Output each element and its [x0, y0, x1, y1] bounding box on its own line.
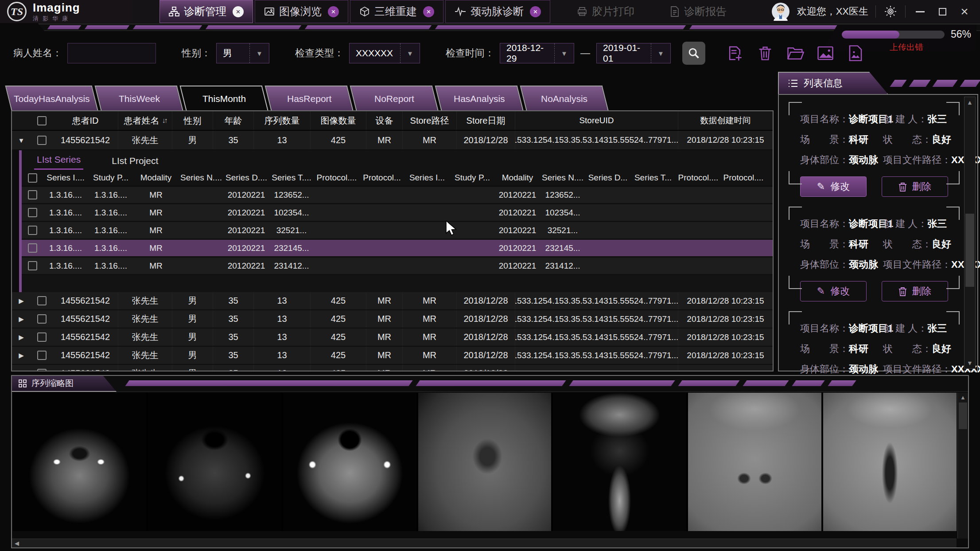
row-checkbox[interactable]	[22, 208, 43, 217]
series-thumbnail[interactable]	[823, 393, 957, 531]
delete-button[interactable]: 删除	[882, 281, 948, 301]
search-button[interactable]	[682, 42, 705, 65]
series-column-header[interactable]: Modality	[133, 173, 179, 183]
series-row[interactable]: 1.3.16.... 1.3.16.... MR 20120221 32521.…	[22, 222, 773, 240]
series-column-header[interactable]: Series T....	[269, 173, 314, 183]
close-button[interactable]: ×	[957, 4, 972, 19]
chevron-down-icon[interactable]: ▼	[554, 43, 574, 63]
patient-row[interactable]: ▶ 1455621542 张先生 男 35 13 425 MR MR 2018/…	[12, 310, 773, 328]
info-panel-scrollbar[interactable]: ▲ ▼	[964, 97, 976, 369]
delete-button[interactable]: 删除	[882, 176, 948, 197]
date-to-picker[interactable]: 2019-01-01▼	[596, 43, 671, 63]
tab-carotid-diagnosis[interactable]: 颈动脉诊断 ×	[445, 0, 550, 23]
maximize-button[interactable]	[935, 4, 950, 19]
open-folder-button[interactable]	[786, 44, 805, 63]
series-column-header[interactable]: Series N....	[540, 173, 585, 183]
avatar[interactable]	[771, 2, 790, 21]
tab-3d-reconstruction[interactable]: 三维重建 ×	[350, 0, 443, 23]
expand-arrow-icon[interactable]: ▶	[12, 315, 31, 323]
close-icon[interactable]: ×	[423, 6, 434, 17]
modify-button[interactable]: ✎ 修改	[800, 176, 867, 197]
column-header[interactable]: 年龄↓↑	[213, 111, 254, 130]
scroll-up-icon[interactable]: ▲	[964, 99, 975, 106]
series-row[interactable]: 1.3.16.... 1.3.16.... MR 20120221 102354…	[22, 204, 773, 222]
expand-arrow-icon[interactable]: ▶	[12, 333, 31, 341]
series-column-header[interactable]: Protocol....	[721, 173, 766, 183]
series-row[interactable]: 1.3.16.... 1.3.16.... MR 20120221 231412…	[22, 258, 773, 275]
delete-button[interactable]	[756, 44, 774, 63]
patient-row-expanded[interactable]: ▼ 1455621542 张先生 男 35 13 425 MR MR 2018/…	[12, 131, 773, 150]
add-study-button[interactable]	[726, 44, 744, 63]
row-checkbox[interactable]	[31, 314, 53, 324]
series-column-header[interactable]: Protocol....	[676, 173, 721, 183]
row-checkbox[interactable]	[22, 243, 43, 253]
column-header[interactable]: 性别↓↑	[172, 111, 213, 130]
modify-button[interactable]: ✎ 修改	[800, 281, 867, 301]
expand-arrow-icon[interactable]: ▶	[12, 370, 31, 372]
tab-diagnosis-management[interactable]: 诊断管理 ×	[159, 0, 253, 23]
quick-filter-tab[interactable]: ThisWeek	[94, 86, 183, 111]
series-column-header[interactable]: Study P...	[450, 173, 495, 183]
close-icon[interactable]: ×	[328, 6, 339, 17]
column-header[interactable]: StoreUID↓↑	[515, 111, 678, 130]
tab-image-browse[interactable]: 图像浏览 ×	[255, 0, 348, 23]
series-column-header[interactable]: Protocol....	[314, 173, 359, 183]
scrollbar-thumb[interactable]	[965, 214, 974, 287]
series-thumbnail[interactable]	[148, 393, 281, 531]
scroll-down-icon[interactable]: ▼	[964, 360, 975, 367]
row-checkbox[interactable]	[22, 190, 43, 199]
image-file-button[interactable]	[846, 44, 865, 63]
series-column-header[interactable]: Series D....	[224, 173, 269, 183]
scroll-up-icon[interactable]: ▲	[958, 394, 968, 401]
quick-filter-tab[interactable]: TodayHasAnalysis	[5, 86, 98, 111]
patient-row[interactable]: ▶ 1455621542 张先生 男 35 13 425 MR MR 2018/…	[12, 347, 773, 365]
series-column-header[interactable]: Series T...	[630, 173, 676, 183]
column-header[interactable]: Store日期↓↑	[457, 111, 515, 130]
column-header[interactable]: Store路径↓↑	[403, 111, 457, 130]
series-column-header[interactable]: Series I...	[404, 173, 450, 183]
row-checkbox[interactable]	[22, 226, 43, 235]
column-header[interactable]: 数据创建时间↓↑	[678, 111, 773, 130]
quick-filter-tab[interactable]: ThisMonth	[179, 86, 268, 111]
scroll-left-icon[interactable]: ◀	[15, 540, 19, 547]
image-button[interactable]	[816, 44, 835, 63]
column-header[interactable]: 图像数量↓↑	[311, 111, 366, 130]
chevron-down-icon[interactable]: ▼	[400, 43, 420, 63]
chevron-down-icon[interactable]: ▼	[249, 43, 269, 63]
patient-row[interactable]: ▶ 1455621542 张先生 男 35 13 425 MR MR 2018/…	[12, 365, 773, 371]
series-select-all-checkbox[interactable]	[22, 173, 43, 183]
minimize-button[interactable]	[913, 4, 928, 19]
series-column-header[interactable]: Series D...	[585, 173, 630, 183]
series-thumbnail[interactable]	[418, 393, 552, 531]
scrollbar-thumb[interactable]	[959, 403, 967, 429]
column-header[interactable]: 患者ID↓↑	[53, 111, 118, 130]
expand-arrow-icon[interactable]: ▶	[12, 297, 31, 305]
row-checkbox[interactable]	[31, 369, 53, 371]
thumbnails-horizontal-scrollbar[interactable]: ◀	[12, 539, 957, 547]
sort-icon[interactable]: ↓↑	[162, 117, 167, 125]
patient-row[interactable]: ▶ 1455621542 张先生 男 35 13 425 MR MR 2018/…	[12, 292, 773, 310]
chevron-down-icon[interactable]: ▼	[651, 43, 670, 63]
series-sub-tab[interactable]: LIst Project	[112, 156, 158, 170]
close-icon[interactable]: ×	[233, 6, 244, 17]
series-column-header[interactable]: Protocol...	[359, 173, 404, 183]
series-column-header[interactable]: Series I....	[43, 173, 88, 183]
settings-button[interactable]	[883, 4, 898, 19]
column-header[interactable]: 患者姓名↓↑	[118, 111, 172, 130]
collapse-arrow-icon[interactable]: ▼	[12, 137, 31, 144]
row-checkbox[interactable]	[31, 332, 53, 342]
series-column-header[interactable]: Series N....	[179, 173, 224, 183]
gender-select[interactable]: 男▼	[216, 43, 269, 63]
thumbnails-vertical-scrollbar[interactable]: ▲	[957, 393, 968, 539]
series-column-header[interactable]: Study P...	[88, 173, 133, 183]
exam-type-select[interactable]: XXXXXX▼	[349, 43, 420, 63]
select-all-checkbox[interactable]	[31, 116, 53, 125]
patient-name-input[interactable]	[67, 43, 156, 63]
quick-filter-tab[interactable]: HasAnalysis	[435, 86, 523, 111]
expand-arrow-icon[interactable]: ▶	[12, 352, 31, 360]
quick-filter-tab[interactable]: HasReport	[264, 86, 353, 111]
series-thumbnail[interactable]	[283, 393, 416, 531]
date-from-picker[interactable]: 2018-12-29▼	[500, 43, 574, 63]
series-sub-tab[interactable]: LIst Series	[34, 154, 83, 170]
close-icon[interactable]: ×	[530, 6, 541, 17]
